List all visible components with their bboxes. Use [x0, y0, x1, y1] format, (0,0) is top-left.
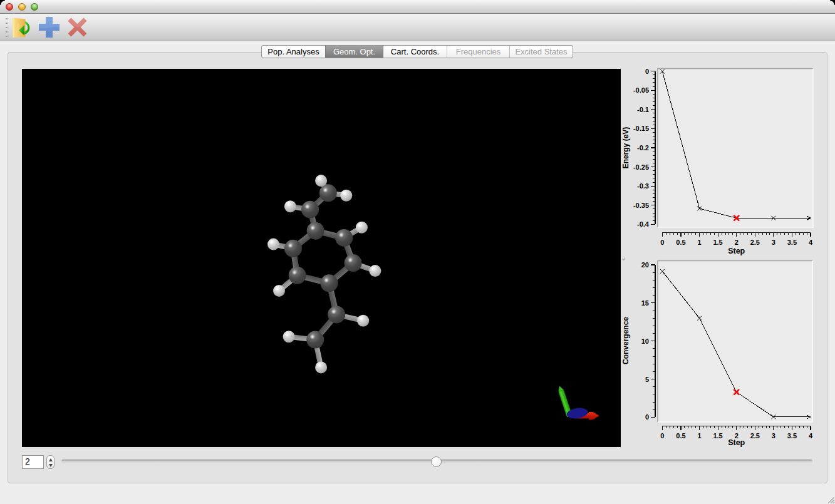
- svg-text:0: 0: [660, 239, 664, 246]
- svg-text:-0.25: -0.25: [633, 163, 649, 171]
- svg-text:2.5: 2.5: [750, 432, 760, 440]
- svg-text:-0.35: -0.35: [633, 202, 649, 209]
- svg-text:0: 0: [645, 68, 649, 75]
- svg-text:4: 4: [809, 239, 813, 246]
- svg-text:3.5: 3.5: [787, 239, 797, 246]
- svg-text:-0.15: -0.15: [633, 125, 649, 132]
- svg-text:0: 0: [660, 432, 664, 440]
- svg-text:4: 4: [809, 432, 813, 440]
- svg-text:20: 20: [641, 261, 649, 269]
- svg-text:-0.1: -0.1: [637, 106, 649, 113]
- svg-text:1: 1: [698, 239, 702, 246]
- svg-text:-0.2: -0.2: [637, 144, 649, 152]
- svg-text:15: 15: [641, 299, 649, 307]
- svg-text:Step: Step: [728, 247, 745, 255]
- svg-text:1.5: 1.5: [713, 239, 722, 246]
- svg-text:-0.05: -0.05: [633, 86, 649, 94]
- svg-text:Convergence: Convergence: [622, 317, 630, 364]
- svg-text:0.5: 0.5: [676, 239, 685, 246]
- svg-text:Step: Step: [728, 438, 745, 447]
- svg-text:10: 10: [641, 337, 649, 345]
- svg-text:-0.3: -0.3: [637, 182, 649, 190]
- svg-text:3: 3: [772, 432, 775, 440]
- svg-text:5: 5: [645, 376, 649, 383]
- svg-text:3.5: 3.5: [787, 432, 797, 440]
- svg-text:-0.4: -0.4: [637, 220, 650, 228]
- svg-text:2.5: 2.5: [750, 239, 760, 246]
- svg-text:0.5: 0.5: [676, 432, 685, 440]
- svg-text:3: 3: [772, 239, 775, 246]
- svg-text:Energy (eV): Energy (eV): [622, 127, 630, 169]
- svg-text:2: 2: [735, 239, 739, 246]
- svg-text:1: 1: [698, 432, 702, 440]
- svg-text:1.5: 1.5: [713, 432, 722, 440]
- svg-text:0: 0: [645, 413, 649, 421]
